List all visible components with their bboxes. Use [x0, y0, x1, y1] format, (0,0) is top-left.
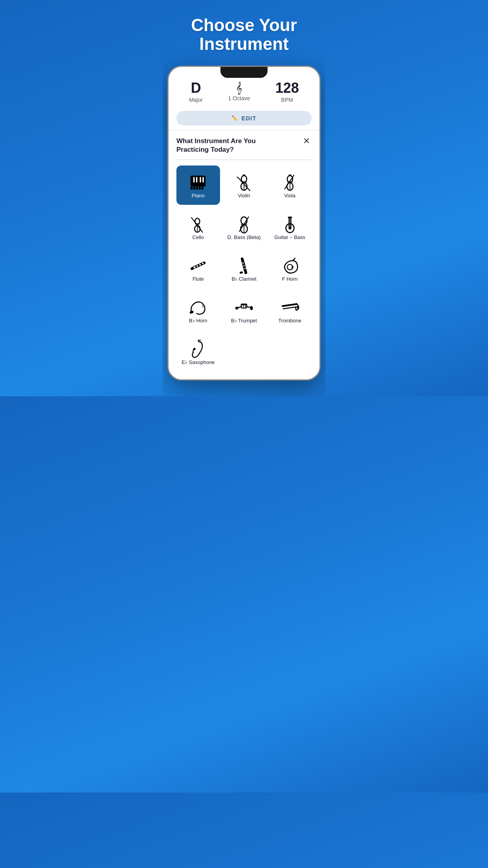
instrument-violin[interactable]: Violin [222, 166, 266, 205]
bpm-label: BPM [281, 97, 293, 103]
svg-rect-5 [203, 177, 204, 182]
svg-point-46 [242, 263, 244, 264]
svg-rect-36 [288, 217, 292, 218]
divider [176, 160, 312, 160]
phone-notch [220, 67, 268, 78]
svg-point-67 [200, 348, 202, 349]
f-horn-label: F Horn [282, 276, 298, 282]
svg-point-43 [199, 264, 201, 265]
page-header: Choose Your Instrument [163, 0, 325, 66]
guitar-bass-label: Guitar – Bass [274, 234, 305, 241]
cello-label: Cello [193, 234, 204, 241]
instrument-bb-clarinet[interactable]: B♭ Clarinet [222, 249, 266, 288]
instrument-grid: Piano Violin [176, 166, 312, 371]
bb-horn-icon: ♭ [188, 297, 208, 318]
instrument-piano[interactable]: Piano [176, 166, 220, 205]
svg-point-48 [244, 268, 246, 269]
svg-point-47 [243, 265, 244, 266]
svg-point-53 [189, 310, 194, 314]
scale-info: 𝄞 1 Octave [228, 83, 250, 101]
svg-text:F: F [291, 266, 294, 270]
svg-point-49 [239, 271, 243, 274]
svg-rect-8 [196, 187, 198, 189]
edit-button[interactable]: ✏️ EDIT [176, 111, 312, 125]
instrument-eb-saxophone[interactable]: E♭ Saxophone [176, 332, 220, 371]
key-value: D [191, 81, 201, 95]
title-line2: Instrument [199, 34, 288, 53]
svg-rect-10 [202, 187, 204, 189]
instrument-bb-trumpet[interactable]: B♭ Trumpet [222, 291, 266, 330]
bb-trumpet-icon [234, 297, 254, 318]
svg-point-62 [297, 306, 299, 309]
violin-icon [234, 172, 254, 193]
bb-clarinet-icon [234, 256, 254, 276]
piano-icon [188, 172, 208, 193]
phone-frame: D Major 𝄞 1 Octave 128 BPM ✏️ EDIT What … [167, 66, 321, 381]
svg-rect-6 [191, 187, 193, 189]
cello-icon [188, 214, 208, 234]
instrument-flute[interactable]: Flute [176, 249, 220, 288]
edit-pencil-icon: ✏️ [231, 115, 238, 121]
instrument-bb-horn[interactable]: ♭ B♭ Horn [176, 291, 220, 330]
bpm-value: 128 [275, 81, 299, 95]
svg-rect-1 [191, 184, 205, 186]
svg-point-55 [250, 306, 253, 310]
bpm-info: 128 BPM [275, 81, 299, 103]
f-horn-icon: F [280, 256, 300, 276]
bb-horn-label: B♭ Horn [189, 318, 207, 324]
dbass-icon [234, 214, 254, 234]
svg-rect-7 [193, 187, 195, 189]
instrument-trombone[interactable]: Trombone [268, 291, 312, 330]
svg-rect-4 [200, 177, 201, 182]
trombone-icon [280, 297, 300, 318]
close-icon: ✕ [303, 136, 310, 146]
edit-label: EDIT [241, 115, 256, 121]
bb-trumpet-label: B♭ Trumpet [231, 318, 257, 324]
phone-screen: D Major 𝄞 1 Octave 128 BPM ✏️ EDIT What … [169, 67, 319, 379]
svg-rect-2 [193, 177, 194, 182]
svg-point-44 [202, 263, 204, 264]
dbass-label: D. Bass (Beta) [227, 234, 261, 241]
instrument-guitar-bass[interactable]: Guitar – Bass [268, 207, 312, 246]
violin-label: Violin [238, 193, 250, 199]
svg-point-42 [196, 265, 198, 267]
title-line1: Choose Your [191, 15, 297, 35]
modal-header: What Instrument Are You Practicing Today… [176, 137, 312, 154]
instrument-dbass[interactable]: D. Bass (Beta) [222, 207, 266, 246]
flute-label: Flute [193, 276, 204, 282]
music-note-icon: 𝄞 [236, 83, 242, 94]
instrument-viola[interactable]: Viola [268, 166, 312, 205]
svg-rect-3 [196, 177, 197, 182]
piano-label: Piano [192, 193, 205, 199]
viola-label: Viola [284, 193, 295, 199]
key-info: D Major [189, 81, 203, 103]
flute-icon [188, 256, 208, 276]
svg-point-66 [200, 345, 201, 346]
key-label: Major [189, 97, 203, 103]
svg-rect-9 [199, 187, 201, 189]
close-button[interactable]: ✕ [301, 137, 312, 145]
guitar-bass-icon [280, 214, 300, 234]
instrument-modal: What Instrument Are You Practicing Today… [169, 130, 319, 379]
eb-saxophone-icon [188, 339, 208, 359]
page-title: Choose Your Instrument [174, 16, 314, 54]
trombone-label: Trombone [278, 318, 301, 324]
eb-saxophone-label: E♭ Saxophone [182, 359, 215, 366]
viola-icon [280, 172, 300, 193]
instrument-f-horn[interactable]: F F Horn [268, 249, 312, 288]
modal-title: What Instrument Are You Practicing Today… [176, 137, 284, 154]
svg-text:♭: ♭ [202, 304, 204, 308]
svg-line-60 [283, 304, 297, 306]
bb-clarinet-label: B♭ Clarinet [231, 276, 256, 282]
scale-label: 1 Octave [228, 95, 250, 101]
instrument-cello[interactable]: Cello [176, 207, 220, 246]
svg-point-41 [194, 267, 196, 268]
